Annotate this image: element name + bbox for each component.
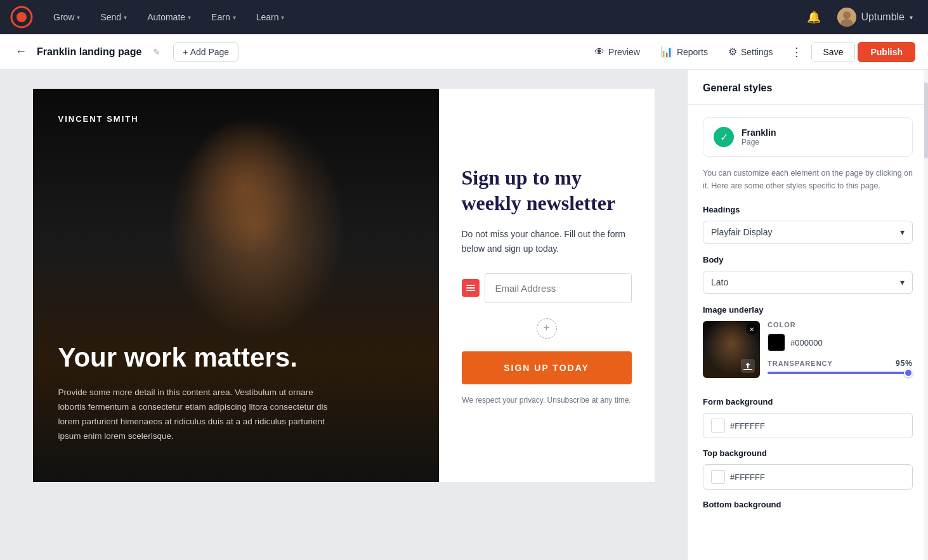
save-button[interactable]: Save	[811, 42, 856, 62]
author-name: VINCENT SMITH	[58, 114, 414, 124]
top-navigation: Grow ▾ Send ▾ Automate ▾ Earn ▾ Learn ▾ …	[0, 0, 928, 34]
underlay-close-button[interactable]: ✕	[746, 323, 757, 335]
preview-button[interactable]: 👁 Preview	[585, 42, 649, 62]
sidebar-description: You can customize each element on the pa…	[703, 167, 913, 192]
nav-automate-label: Automate	[147, 12, 185, 22]
preview-label: Preview	[608, 47, 640, 57]
body-font-value: Lato	[711, 277, 728, 287]
nav-learn-chevron: ▾	[281, 14, 284, 21]
canvas-area[interactable]: VINCENT SMITH Your work matters. Provide…	[0, 70, 687, 560]
notification-bell[interactable]: 🔔	[803, 6, 825, 28]
form-subtext: Do not miss your chance. Fill out the fo…	[462, 227, 632, 256]
top-bg-hex: #FFFFFF	[730, 472, 765, 482]
field-drag-handle[interactable]	[462, 279, 480, 297]
avatar	[837, 8, 856, 27]
transparency-slider[interactable]	[768, 372, 913, 374]
app-logo[interactable]	[10, 6, 33, 29]
color-swatch[interactable]	[768, 334, 785, 351]
add-field-button[interactable]: +	[537, 318, 557, 339]
nav-automate-chevron: ▾	[188, 14, 191, 21]
hero-headline: Your work matters.	[58, 342, 414, 373]
more-options-button[interactable]: ⋮	[785, 41, 809, 63]
page-canvas: VINCENT SMITH Your work matters. Provide…	[33, 89, 655, 560]
bottom-bg-label: Bottom background	[703, 500, 913, 509]
add-page-button[interactable]: + Add Page	[173, 42, 239, 62]
landing-section: VINCENT SMITH Your work matters. Provide…	[33, 89, 655, 482]
nav-earn-label: Earn	[211, 12, 230, 22]
toolbar-actions: 👁 Preview 📊 Reports ⚙ Settings ⋮ Save Pu…	[585, 41, 915, 63]
bottom-bg-section: Bottom background	[703, 500, 913, 509]
edit-title-icon[interactable]: ✎	[153, 47, 160, 57]
hero-headline-block: Your work matters. Provide some more det…	[58, 342, 414, 444]
settings-icon: ⚙	[728, 46, 737, 58]
submit-label: SIGN UP TODAY	[504, 363, 589, 373]
nav-earn-chevron: ▾	[233, 14, 236, 21]
image-underlay-label: Image underlay	[703, 305, 913, 315]
top-bg-label: Top background	[703, 448, 913, 458]
sidebar-content: ✓ Franklin Page You can customize each e…	[688, 105, 928, 532]
email-field-container	[462, 273, 632, 303]
headings-font-dropdown[interactable]: Playfair Display ▾	[703, 221, 913, 244]
user-menu-chevron: ▾	[910, 14, 913, 21]
headings-font-value: Playfair Display	[711, 227, 772, 237]
color-row: #000000	[768, 334, 913, 351]
reports-button[interactable]: 📊 Reports	[651, 41, 717, 62]
underlay-upload-icon[interactable]	[741, 359, 755, 373]
body-font-chevron: ▾	[900, 277, 905, 287]
body-label: Body	[703, 255, 913, 264]
publish-label: Publish	[870, 47, 903, 57]
slider-thumb	[904, 368, 913, 377]
settings-button[interactable]: ⚙ Settings	[719, 41, 782, 62]
top-bg-section: Top background #FFFFFF	[703, 448, 913, 490]
headings-label: Headings	[703, 205, 913, 214]
nav-item-automate[interactable]: Automate ▾	[140, 7, 199, 27]
email-input[interactable]	[485, 273, 632, 303]
franklin-name: Franklin	[742, 127, 776, 138]
sidebar-header: General styles	[688, 70, 928, 105]
publish-button[interactable]: Publish	[858, 42, 915, 62]
nav-grow-chevron: ▾	[77, 14, 80, 21]
svg-point-3	[843, 11, 851, 19]
underlay-thumbnail[interactable]: ✕	[703, 321, 760, 378]
left-panel[interactable]: VINCENT SMITH Your work matters. Provide…	[33, 89, 439, 482]
submit-button[interactable]: SIGN UP TODAY	[462, 351, 632, 384]
nav-item-earn[interactable]: Earn ▾	[204, 7, 244, 27]
transparency-label: TRANSPARENCY	[768, 360, 833, 367]
top-bg-swatch	[711, 470, 725, 484]
reports-icon: 📊	[660, 46, 673, 58]
nav-send-label: Send	[100, 12, 121, 22]
preview-icon: 👁	[594, 46, 605, 58]
form-bg-swatch	[711, 419, 725, 433]
sidebar-title: General styles	[703, 82, 772, 93]
form-bg-section: Form background #FFFFFF	[703, 397, 913, 438]
scrollbar-thumb[interactable]	[924, 82, 928, 159]
color-hex-value: #000000	[790, 338, 823, 348]
slider-fill	[768, 372, 906, 374]
settings-label: Settings	[741, 47, 773, 57]
top-bg-row[interactable]: #FFFFFF	[703, 464, 913, 490]
transparency-label-row: TRANSPARENCY 95%	[768, 359, 913, 368]
scrollbar-track[interactable]	[924, 70, 928, 560]
franklin-card[interactable]: ✓ Franklin Page	[703, 117, 913, 157]
svg-rect-7	[466, 290, 475, 291]
body-font-dropdown[interactable]: Lato ▾	[703, 271, 913, 294]
add-page-label: + Add Page	[183, 47, 229, 57]
franklin-check-icon: ✓	[714, 127, 734, 147]
nav-item-grow[interactable]: Grow ▾	[46, 7, 88, 27]
svg-rect-6	[466, 287, 475, 289]
back-button[interactable]: ←	[13, 42, 29, 61]
user-name-label: Uptumble	[861, 11, 905, 23]
user-menu[interactable]: Uptumble ▾	[832, 5, 918, 29]
form-bg-row[interactable]: #FFFFFF	[703, 413, 913, 438]
transparency-value: 95%	[896, 359, 913, 368]
nav-item-send[interactable]: Send ▾	[93, 7, 134, 27]
nav-send-chevron: ▾	[124, 14, 127, 21]
form-bg-hex: #FFFFFF	[730, 421, 765, 431]
privacy-text: We respect your privacy. Unsubscribe at …	[462, 394, 632, 406]
main-layout: VINCENT SMITH Your work matters. Provide…	[0, 70, 928, 560]
franklin-labels: Franklin Page	[742, 127, 776, 147]
nav-item-learn[interactable]: Learn ▾	[249, 7, 292, 27]
image-underlay-row: ✕ COLOR #000000	[703, 321, 913, 384]
form-bg-label: Form background	[703, 397, 913, 407]
svg-rect-5	[466, 285, 475, 286]
